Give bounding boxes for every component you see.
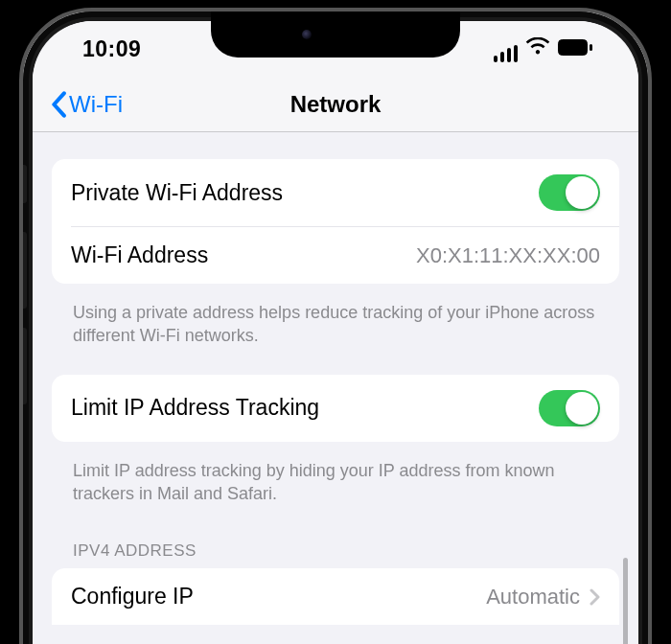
ipv4-header: IPV4 ADDRESS: [52, 532, 619, 568]
nav-bar: Wi-Fi Network: [33, 77, 638, 132]
limit-tracking-footer: Limit IP address tracking by hiding your…: [52, 451, 619, 533]
page-title: Network: [290, 91, 382, 118]
private-wifi-toggle-row: Private Wi-Fi Address: [52, 159, 619, 226]
wifi-address-value: X0:X1:11:XX:XX:00: [416, 243, 600, 268]
configure-ip-row[interactable]: Configure IP Automatic: [52, 568, 619, 625]
back-button[interactable]: Wi-Fi: [50, 91, 123, 118]
notch: [211, 12, 460, 58]
status-time: 10:09: [82, 36, 141, 62]
device-side-button: [19, 232, 27, 309]
content[interactable]: Private Wi-Fi Address Wi-Fi Address X0:X…: [33, 132, 638, 625]
battery-icon: [558, 36, 592, 62]
back-label: Wi-Fi: [69, 91, 123, 118]
scroll-indicator[interactable]: [623, 558, 628, 644]
private-wifi-group: Private Wi-Fi Address Wi-Fi Address X0:X…: [52, 159, 619, 284]
limit-tracking-label: Limit IP Address Tracking: [71, 395, 319, 421]
configure-ip-label: Configure IP: [71, 584, 194, 610]
wifi-address-label: Wi-Fi Address: [71, 242, 208, 268]
cellular-icon: [494, 45, 519, 62]
limit-tracking-switch[interactable]: [539, 390, 600, 426]
svg-rect-0: [559, 39, 588, 55]
limit-tracking-group: Limit IP Address Tracking: [52, 375, 619, 442]
status-icons: [494, 36, 593, 62]
device-side-button: [19, 165, 27, 203]
private-wifi-footer: Using a private address helps reduce tra…: [52, 293, 619, 375]
wifi-address-row: Wi-Fi Address X0:X1:11:XX:XX:00: [52, 227, 619, 284]
screen: 10:09 Wi-Fi Network Private Wi-Fi: [33, 21, 638, 644]
configure-ip-value: Automatic: [486, 585, 580, 610]
device-side-button: [19, 328, 27, 404]
private-wifi-label: Private Wi-Fi Address: [71, 180, 283, 206]
chevron-left-icon: [50, 91, 67, 118]
device-frame: 10:09 Wi-Fi Network Private Wi-Fi: [19, 8, 652, 644]
svg-rect-1: [590, 44, 592, 51]
private-wifi-switch[interactable]: [539, 174, 600, 211]
ipv4-group: Configure IP Automatic: [52, 568, 619, 625]
chevron-right-icon: [590, 588, 600, 606]
camera-icon: [302, 30, 312, 39]
limit-tracking-row: Limit IP Address Tracking: [52, 375, 619, 442]
wifi-icon: [525, 36, 550, 62]
